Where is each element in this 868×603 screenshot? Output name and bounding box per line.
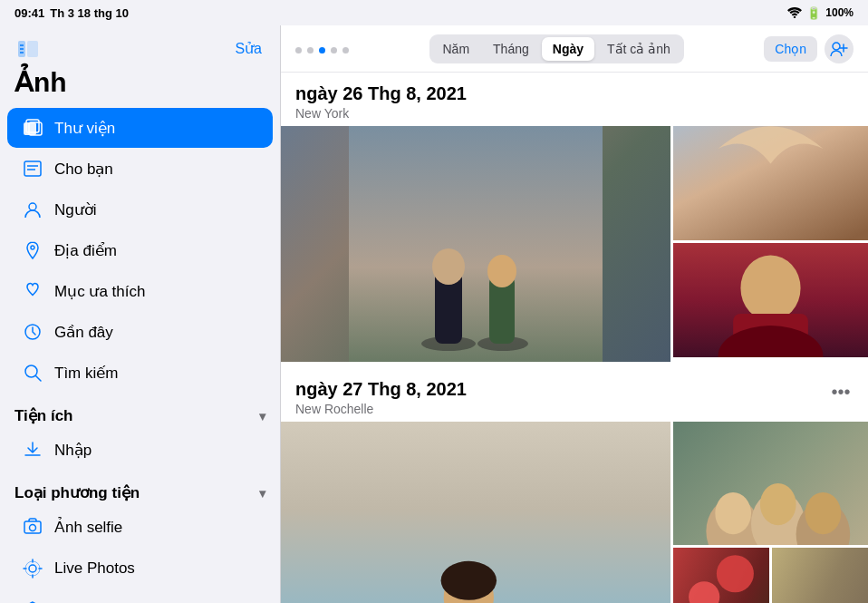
- photo-main-2[interactable]: [281, 422, 670, 603]
- svg-point-53: [715, 492, 751, 534]
- content-area: Năm Tháng Ngày Tất cả ảnh Chọn: [281, 25, 868, 603]
- photo-section-1-location: New York: [295, 106, 854, 121]
- favorites-label: Mục ưa thích: [54, 282, 145, 301]
- status-date: Th 3 18 thg 10: [50, 6, 129, 20]
- sidebar-item-places[interactable]: Địa điểm: [7, 230, 273, 270]
- selfie-icon: [22, 516, 43, 538]
- svg-rect-9: [24, 161, 41, 176]
- sidebar-item-for-you[interactable]: Cho bạn: [7, 149, 273, 189]
- section-utilities-header[interactable]: Tiện ích ▾: [0, 394, 280, 429]
- tab-all[interactable]: Tất cả ảnh: [596, 37, 681, 61]
- svg-rect-2: [27, 41, 38, 57]
- sidebar-item-recents[interactable]: Gần đây: [7, 312, 273, 352]
- sidebar-toggle-icon: [18, 41, 38, 57]
- selfie-label: Ảnh selfie: [54, 518, 122, 537]
- sidebar-item-live-photos[interactable]: Live Photos: [7, 549, 273, 588]
- dot-5: [342, 47, 349, 53]
- tab-month[interactable]: Tháng: [482, 37, 540, 61]
- people-label: Người: [54, 200, 97, 219]
- people-button[interactable]: [825, 34, 854, 63]
- library-label: Thư viện: [54, 119, 115, 138]
- svg-point-55: [805, 492, 842, 534]
- utilities-chevron-icon: ▾: [259, 409, 265, 423]
- svg-point-0: [794, 16, 796, 18]
- svg-rect-6: [24, 122, 36, 135]
- sidebar-item-library[interactable]: Thư viện: [7, 108, 273, 148]
- search-label: Tìm kiếm: [54, 364, 118, 383]
- photo-section-2-date: ngày 27 Thg 8, 2021: [295, 379, 854, 400]
- photo-section-1: ngày 26 Thg 8, 2021 New York: [281, 73, 868, 365]
- section-media-types-header[interactable]: Loại phương tiện ▾: [0, 471, 280, 506]
- status-time: 09:41: [14, 6, 44, 20]
- dot-3: [319, 47, 325, 53]
- tabs-container: Năm Tháng Ngày Tất cả ảnh: [429, 34, 684, 63]
- sidebar-edit-button[interactable]: Sửa: [231, 36, 265, 61]
- svg-point-28: [833, 43, 840, 50]
- photo-thumb-3[interactable]: [673, 422, 868, 545]
- photo-grid[interactable]: ngày 26 Thg 8, 2021 New York: [281, 73, 868, 603]
- photo-section-1-date: ngày 26 Thg 8, 2021: [295, 83, 854, 104]
- recents-icon: [22, 321, 43, 343]
- import-label: Nhập: [54, 441, 92, 460]
- photo-section-2-header: ngày 27 Thg 8, 2021 New Rochelle •••: [281, 368, 868, 422]
- sidebar: Sửa Ảnh Thư viện: [0, 25, 281, 603]
- for-you-label: Cho bạn: [54, 160, 113, 179]
- photo-thumb-5[interactable]: [772, 548, 868, 603]
- photo-thumb-2[interactable]: [673, 243, 868, 357]
- dot-indicator: [295, 42, 349, 55]
- svg-line-16: [36, 376, 42, 382]
- svg-rect-31: [349, 126, 603, 362]
- dot-4: [331, 47, 337, 53]
- top-bar: Năm Tháng Ngày Tất cả ảnh Chọn: [281, 25, 868, 73]
- svg-point-13: [31, 246, 34, 249]
- app-container: Sửa Ảnh Thư viện: [0, 25, 868, 603]
- sidebar-item-search[interactable]: Tìm kiếm: [7, 353, 273, 393]
- photo-row-1: [281, 126, 868, 365]
- select-button[interactable]: Chọn: [764, 36, 817, 62]
- photo-section-2: ngày 27 Thg 8, 2021 New Rochelle •••: [281, 368, 868, 603]
- section-2-more-button[interactable]: •••: [828, 379, 854, 404]
- svg-point-58: [717, 555, 754, 592]
- sidebar-item-people[interactable]: Người: [7, 190, 273, 229]
- photo-thumb-1[interactable]: [673, 126, 868, 240]
- photo-row-2: [281, 422, 868, 603]
- battery-icon: 🔋: [806, 6, 821, 20]
- dot-1: [295, 47, 302, 53]
- tab-day[interactable]: Ngày: [542, 37, 594, 61]
- tab-year[interactable]: Năm: [432, 37, 481, 61]
- svg-point-19: [29, 565, 36, 572]
- top-bar-right: Chọn: [764, 34, 854, 63]
- battery-level: 100%: [825, 6, 854, 19]
- photo-thumb-4[interactable]: [673, 548, 769, 603]
- svg-point-37: [487, 255, 516, 287]
- places-label: Địa điểm: [54, 241, 117, 260]
- import-icon: [22, 439, 43, 461]
- svg-point-18: [30, 525, 36, 531]
- sidebar-header-left: [14, 38, 42, 60]
- sidebar-item-portrait[interactable]: Chân dung: [7, 590, 273, 603]
- section-media-types-label: Loại phương tiện: [14, 483, 140, 502]
- people-icon: [22, 199, 43, 220]
- sidebar-title: Ảnh: [0, 64, 280, 107]
- people-add-icon: [830, 41, 848, 57]
- photo-main-1[interactable]: [281, 126, 670, 362]
- sidebar-item-favorites[interactable]: Mục ưa thích: [7, 271, 273, 311]
- photo-section-2-location: New Rochelle: [295, 402, 854, 416]
- media-types-chevron-icon: ▾: [259, 486, 265, 501]
- live-photos-label: Live Photos: [54, 559, 135, 578]
- photo-side-2: [673, 422, 868, 603]
- nav-items: Thư viện Cho bạn: [0, 107, 280, 394]
- search-icon: [22, 362, 43, 384]
- library-icon: [22, 117, 43, 139]
- sidebar-item-selfie[interactable]: Ảnh selfie: [7, 507, 273, 547]
- svg-point-20: [25, 561, 40, 576]
- sidebar-collapse-button[interactable]: [14, 38, 42, 60]
- svg-point-54: [760, 483, 796, 525]
- sidebar-item-import[interactable]: Nhập: [7, 430, 273, 470]
- favorites-icon: [22, 280, 43, 302]
- section-utilities-label: Tiện ích: [14, 406, 72, 425]
- status-bar-left: 09:41 Th 3 18 thg 10: [14, 6, 129, 20]
- wifi-icon: [787, 7, 802, 18]
- live-photos-icon: [22, 558, 43, 579]
- places-icon: [22, 239, 43, 261]
